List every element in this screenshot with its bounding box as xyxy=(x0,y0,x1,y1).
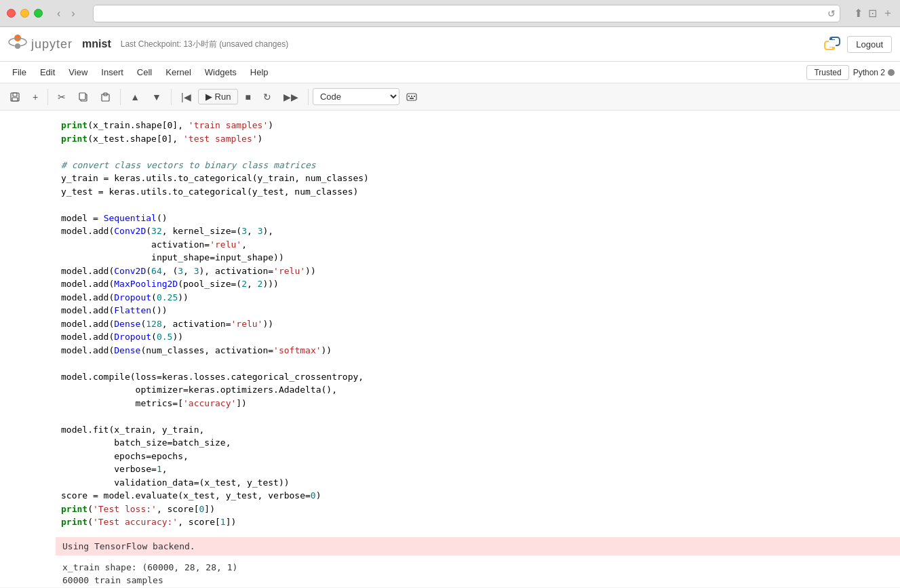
svg-rect-12 xyxy=(411,96,412,97)
jupyter-header: jupyter mnist Last Checkpoint: 13小时前 (un… xyxy=(0,27,900,62)
menu-edit[interactable]: Edit xyxy=(33,64,62,80)
paste-button[interactable] xyxy=(95,89,116,104)
sidebar-button[interactable]: ⊡ xyxy=(868,7,877,20)
kernel-status-indicator xyxy=(888,69,895,76)
maximize-button[interactable] xyxy=(34,9,43,18)
menu-right: Trusted Python 2 xyxy=(806,65,895,80)
save-button[interactable] xyxy=(4,89,26,105)
separator-3 xyxy=(171,89,172,105)
cell-content: print(x_train.shape[0], 'train samples')… xyxy=(56,113,900,587)
separator-2 xyxy=(120,89,121,105)
traffic-lights xyxy=(7,9,43,18)
run-label: Run xyxy=(215,92,231,102)
main-content: print(x_train.shape[0], 'train samples')… xyxy=(0,111,900,587)
code-cell: print(x_train.shape[0], 'train samples')… xyxy=(0,111,900,587)
menu-cell[interactable]: Cell xyxy=(130,64,159,80)
cell-type-select[interactable]: Code Markdown Raw NBConvert Heading xyxy=(313,88,399,105)
logout-button[interactable]: Logout xyxy=(847,36,892,53)
kernel-name: Python 2 xyxy=(853,68,885,77)
add-cell-button[interactable]: + xyxy=(27,89,43,105)
menu-widgets[interactable]: Widgets xyxy=(198,64,243,80)
menu-file[interactable]: File xyxy=(5,64,33,80)
checkpoint-info: Last Checkpoint: 13小时前 (unsaved changes) xyxy=(121,39,289,50)
menu-bar: File Edit View Insert Cell Kernel Widget… xyxy=(0,62,900,83)
restart-button[interactable]: ↻ xyxy=(258,89,277,105)
code-area[interactable]: print(x_train.shape[0], 'train samples')… xyxy=(56,116,900,532)
nav-buttons: ‹ › xyxy=(53,6,79,21)
fast-back-button[interactable]: |◀ xyxy=(176,89,197,105)
close-button[interactable] xyxy=(7,9,16,18)
reload-icon[interactable]: ↺ xyxy=(827,8,836,19)
title-bar: ‹ › ↺ ⬆ ⊡ ＋ xyxy=(0,0,900,27)
move-down-button[interactable]: ▼ xyxy=(146,89,167,105)
cell-prompt xyxy=(1,113,56,587)
cut-button[interactable]: ✂ xyxy=(52,89,71,105)
jupyter-header-right: Logout xyxy=(824,35,892,54)
back-button[interactable]: ‹ xyxy=(53,6,64,21)
add-tab-button[interactable]: ＋ xyxy=(882,6,893,20)
jupyter-wordmark: jupyter xyxy=(31,37,73,52)
svg-rect-13 xyxy=(414,96,415,97)
output-stderr: Using TensorFlow backend. xyxy=(56,537,900,555)
minimize-button[interactable] xyxy=(20,9,29,18)
svg-rect-4 xyxy=(13,93,17,96)
output-stdout: x_train shape: (60000, 28, 28, 1) 60000 … xyxy=(56,558,900,588)
menu-help[interactable]: Help xyxy=(243,64,275,80)
separator-1 xyxy=(47,89,48,105)
separator-4 xyxy=(308,89,309,105)
run-icon: ▶ xyxy=(206,92,212,102)
jupyter-icon xyxy=(8,33,27,56)
interrupt-button[interactable]: ■ xyxy=(239,89,256,105)
svg-rect-5 xyxy=(12,98,18,101)
kernel-info: Python 2 xyxy=(853,68,895,77)
share-button[interactable]: ⬆ xyxy=(854,7,863,20)
fast-forward-button[interactable]: ▶▶ xyxy=(278,89,304,105)
move-up-button[interactable]: ▲ xyxy=(125,89,145,105)
menu-insert[interactable]: Insert xyxy=(94,64,130,80)
menu-kernel[interactable]: Kernel xyxy=(159,64,198,80)
titlebar-right: ⬆ ⊡ ＋ xyxy=(854,6,893,20)
run-button[interactable]: ▶ Run xyxy=(198,89,239,104)
svg-rect-7 xyxy=(79,93,85,100)
output-area: Using TensorFlow backend. x_train shape:… xyxy=(56,532,900,588)
keyboard-shortcuts-button[interactable] xyxy=(401,89,423,105)
python-logo xyxy=(824,35,840,54)
address-bar[interactable]: ↺ xyxy=(93,5,840,22)
menu-view[interactable]: View xyxy=(62,64,94,80)
svg-rect-14 xyxy=(410,98,414,99)
notebook-name[interactable]: mnist xyxy=(82,38,111,50)
forward-button[interactable]: › xyxy=(67,6,79,21)
copy-button[interactable] xyxy=(73,89,94,104)
svg-rect-11 xyxy=(408,96,410,97)
jupyter-logo: jupyter mnist Last Checkpoint: 13小时前 (un… xyxy=(8,33,288,56)
trusted-button[interactable]: Trusted xyxy=(806,65,848,80)
toolbar: + ✂ ▲ ▼ |◀ ▶ Run ■ ↻ ▶▶ Code Markdown Ra… xyxy=(0,83,900,111)
